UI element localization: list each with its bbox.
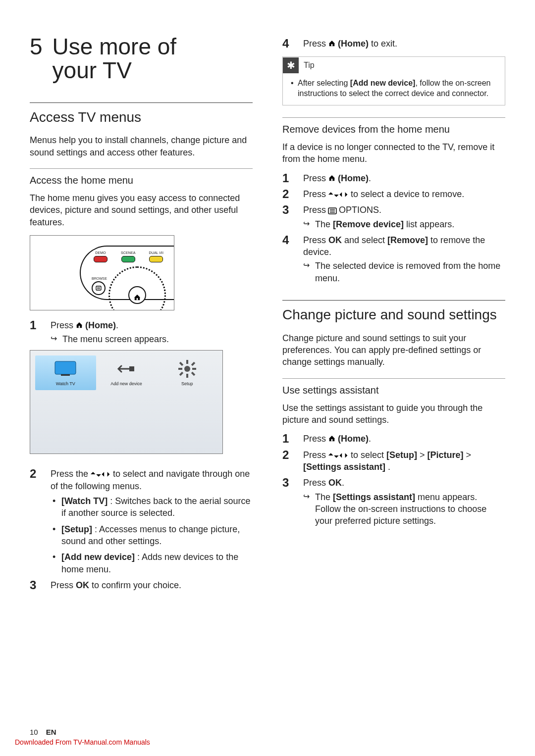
remote-key-red <box>94 256 107 262</box>
home-label: (Home) <box>338 39 369 49</box>
svg-rect-19 <box>191 372 195 376</box>
section-access-tv-menus: Access TV menus <box>30 108 253 127</box>
home-icon <box>328 172 335 179</box>
assist-step-1: Press (Home). <box>282 433 505 445</box>
remote-browse-label: BROWSE <box>92 276 107 281</box>
assist-step-3: Press OK. The [Settings assistant] menu … <box>282 477 505 527</box>
chapter-title-line1: Use more of <box>53 34 177 59</box>
page-footer: 10 EN <box>30 727 56 737</box>
nav-arrows-icon <box>91 468 110 474</box>
svg-rect-5 <box>96 286 101 290</box>
svg-rect-15 <box>192 368 196 370</box>
svg-point-11 <box>184 366 190 372</box>
subsection-intro: The home menu gives you easy access to c… <box>30 192 253 228</box>
svg-rect-17 <box>191 362 195 366</box>
nav-arrows-icon <box>328 449 348 455</box>
chapter-title: 5 Use more of your TV <box>30 35 253 83</box>
svg-rect-13 <box>186 374 188 378</box>
remote-key-label: DEMO <box>94 251 107 255</box>
tile-add-new-device: Add new device <box>96 355 157 390</box>
svg-rect-18 <box>179 372 183 376</box>
bullet-watch-tv: [Watch TV] : Switches back to the aerial… <box>51 495 253 519</box>
assist-step-3-result: The [Settings assistant] menu appears. F… <box>303 491 505 527</box>
tile-label: Add new device <box>110 381 142 387</box>
step-4: Press (Home) to exit. <box>282 38 505 50</box>
options-icon <box>328 204 336 210</box>
subsection-settings-assistant: Use settings assistant <box>282 384 505 397</box>
tile-label: Watch TV <box>56 381 75 387</box>
right-column: Press (Home) to exit. ✱ Tip After select… <box>282 35 505 596</box>
subsection-access-home-menu: Access the home menu <box>30 174 253 187</box>
nav-arrows-icon <box>328 188 348 194</box>
chapter-title-line2: your TV <box>53 57 132 83</box>
home-icon <box>328 433 335 440</box>
step-1: Press (Home). The menu screen appears. <box>30 319 253 346</box>
tip-body: After selecting [Add new device], follow… <box>290 78 498 99</box>
section-change-picture-sound: Change picture and sound settings <box>282 305 505 324</box>
rule <box>282 117 505 118</box>
svg-rect-12 <box>186 360 188 364</box>
svg-rect-10 <box>129 366 134 371</box>
tile-label: Setup <box>181 381 193 387</box>
rule <box>282 300 505 301</box>
remove-step-2: Press to select a device to remove. <box>282 188 505 200</box>
rule <box>30 102 253 103</box>
step-3: Press OK to confirm your choice. <box>30 579 253 591</box>
remote-key-yellow <box>149 256 163 262</box>
home-label: (Home) <box>85 320 116 330</box>
svg-rect-16 <box>179 362 183 366</box>
rule <box>282 378 505 379</box>
bullet-add-new-device: [Add new device] : Adds new devices to t… <box>51 551 253 575</box>
home-icon <box>328 38 335 45</box>
remove-step-4: Press OK and select [Remove] to remove t… <box>282 234 505 284</box>
remote-key-label: DUAL I/II <box>149 251 163 255</box>
tv-menu-illustration: Watch TV Add new device Setup <box>30 350 223 454</box>
page-lang: EN <box>46 728 56 736</box>
remote-illustration: DEMO SCENEA DUAL I/II SLEEP BROWSE <box>30 235 174 310</box>
remove-step-3: Press OPTIONS. The [Remove device] list … <box>282 204 505 230</box>
tip-box: ✱ Tip After selecting [Add new device], … <box>282 56 505 105</box>
remote-browse-button <box>92 281 106 295</box>
step-2: Press the to select and navigate through… <box>30 468 253 575</box>
assist-step-2: Press to select [Setup] > [Picture] >[Se… <box>282 449 505 473</box>
left-column: 5 Use more of your TV Access TV menus Me… <box>30 35 253 596</box>
bullet-setup: [Setup] : Accesses menus to change pictu… <box>51 523 253 548</box>
chapter-number: 5 <box>30 35 43 58</box>
remote-key-label: SCENEA <box>121 251 136 255</box>
tip-title: Tip <box>304 57 315 74</box>
section-intro: Menus help you to install channels, chan… <box>30 134 253 158</box>
section-intro: Change picture and sound settings to sui… <box>282 332 505 368</box>
svg-rect-8 <box>55 361 76 374</box>
remove-step-4-result: The selected device is removed from the … <box>303 260 505 284</box>
home-icon <box>76 319 83 326</box>
remove-step-3-result: The [Remove device] list appears. <box>303 218 505 230</box>
tile-setup: Setup <box>157 355 217 390</box>
subsection-intro: If a device is no longer connected to th… <box>282 141 505 165</box>
subsection-remove-devices: Remove devices from the home menu <box>282 123 505 136</box>
tip-icon: ✱ <box>283 57 299 73</box>
svg-rect-14 <box>178 368 182 370</box>
tile-watch-tv: Watch TV <box>35 355 96 390</box>
remove-step-1: Press (Home). <box>282 172 505 184</box>
download-footer: Downloaded From TV-Manual.com Manuals <box>15 738 150 747</box>
subsection-intro: Use the settings assistant to guide you … <box>282 402 505 426</box>
svg-rect-9 <box>61 374 70 376</box>
remote-key-green <box>121 256 135 262</box>
rule <box>30 168 253 169</box>
page-number: 10 <box>30 727 38 737</box>
step-1-result: The menu screen appears. <box>51 333 253 345</box>
